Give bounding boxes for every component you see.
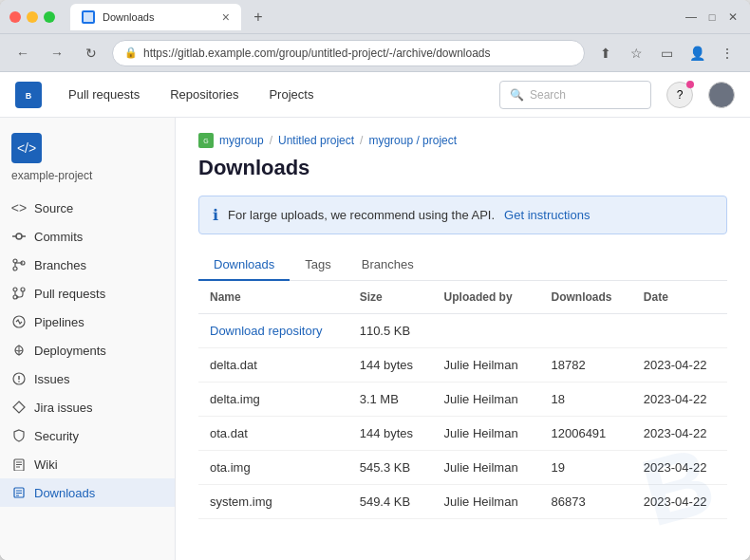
- back-button[interactable]: ←: [9, 40, 36, 66]
- download-link-0[interactable]: Download repository: [210, 324, 323, 338]
- breadcrumb-project[interactable]: Untitled project: [278, 134, 354, 147]
- browser-minimize-button[interactable]: [27, 11, 38, 23]
- cell-name-3: ota.dat: [198, 417, 348, 451]
- svg-point-12: [21, 288, 25, 291]
- browser-window: Downloads × + — □ ✕ ← → ↻ 🔒 https://gitl…: [0, 0, 750, 560]
- issues-icon: [11, 371, 27, 386]
- breadcrumb-group[interactable]: mygroup: [219, 134, 264, 147]
- window-close-icon[interactable]: ✕: [725, 9, 741, 25]
- table-row: delta.img3.1 MBJulie Heilman182023-04-22: [198, 383, 727, 417]
- cell-date-0: [632, 314, 727, 348]
- sidebar-toggle-button[interactable]: ▭: [653, 40, 680, 66]
- tab-favicon: [82, 10, 95, 24]
- tab-close-button[interactable]: ×: [222, 10, 230, 24]
- sidebar: </> example-project <> Source Commits: [0, 118, 176, 560]
- address-bar[interactable]: 🔒 https://gitlab.example.com/group/untit…: [112, 40, 585, 66]
- col-header-date: Date: [632, 281, 727, 314]
- sidebar-item-label-issues: Issues: [34, 372, 70, 386]
- sidebar-project-name: example-project: [11, 169, 163, 182]
- cell-name-4: ota.img: [198, 451, 348, 485]
- breadcrumb: G mygroup / Untitled project / mygroup /…: [198, 133, 727, 148]
- sidebar-item-wiki[interactable]: Wiki: [0, 450, 175, 478]
- tab-bar: Downloads × +: [70, 4, 676, 30]
- cell-name-2: delta.img: [198, 383, 348, 417]
- menu-button[interactable]: ⋮: [714, 40, 741, 66]
- jira-icon: [11, 400, 27, 415]
- tab-branches[interactable]: Branches: [347, 250, 429, 281]
- nav-projects[interactable]: Projects: [261, 84, 321, 105]
- table-row: system.img549.4 KBJulie Heilman868732023…: [198, 485, 727, 519]
- help-button[interactable]: ?: [666, 82, 693, 108]
- cell-size-4: 545.3 KB: [348, 451, 433, 485]
- search-placeholder: Search: [530, 88, 566, 102]
- cell-date-4: 2023-04-22: [632, 451, 727, 485]
- sidebar-item-deployments[interactable]: Deployments: [0, 336, 175, 364]
- window-restore-icon[interactable]: □: [704, 9, 720, 25]
- profile-button[interactable]: 👤: [684, 40, 710, 66]
- bookmark-button[interactable]: ☆: [623, 40, 649, 66]
- browser-controls: [9, 11, 55, 23]
- nav-pull-requests[interactable]: Pull requests: [61, 84, 147, 105]
- address-text: https://gitlab.example.com/group/untitle…: [143, 47, 572, 60]
- info-link[interactable]: Get instructions: [504, 208, 590, 222]
- sidebar-header: </> example-project: [0, 125, 175, 194]
- tab-tags[interactable]: Tags: [290, 250, 346, 281]
- svg-point-7: [13, 267, 17, 271]
- col-header-downloads: Downloads: [539, 281, 631, 314]
- sidebar-item-label-commits: Commits: [34, 230, 83, 244]
- downloads-icon: [11, 485, 27, 500]
- cell-date-2: 2023-04-22: [632, 383, 727, 417]
- app-logo: B: [15, 82, 42, 108]
- sidebar-item-source[interactable]: <> Source: [0, 194, 175, 222]
- wiki-icon: [11, 457, 27, 472]
- sidebar-item-branches[interactable]: Branches: [0, 251, 175, 279]
- breadcrumb-current[interactable]: mygroup / project: [368, 134, 457, 147]
- help-notification-badge: [686, 81, 694, 88]
- svg-point-18: [18, 381, 20, 383]
- sidebar-item-label-branches: Branches: [34, 258, 86, 272]
- window-minimize-icon[interactable]: —: [684, 9, 699, 25]
- sidebar-item-issues[interactable]: Issues: [0, 364, 175, 393]
- main-layout: </> example-project <> Source Commits: [0, 118, 750, 560]
- new-tab-button[interactable]: +: [245, 4, 272, 30]
- nav-repositories[interactable]: Repositories: [162, 84, 246, 105]
- user-avatar[interactable]: [708, 82, 735, 108]
- security-icon: [11, 428, 27, 443]
- table-header-row: Name Size Uploaded by Downloads Date: [198, 281, 727, 314]
- cell-size-1: 144 bytes: [348, 348, 433, 383]
- sidebar-item-label-source: Source: [34, 201, 73, 215]
- svg-rect-0: [84, 12, 93, 22]
- browser-tab-active[interactable]: Downloads ×: [70, 4, 241, 30]
- browser-maximize-button[interactable]: [44, 11, 55, 23]
- help-label: ?: [677, 88, 684, 102]
- cell-date-5: 2023-04-22: [632, 485, 727, 519]
- sidebar-item-pipelines[interactable]: Pipelines: [0, 308, 175, 336]
- svg-marker-19: [13, 401, 25, 413]
- svg-point-3: [16, 233, 22, 239]
- browser-close-button[interactable]: [9, 11, 21, 23]
- cell-uploader-3: Julie Heilman: [433, 417, 540, 451]
- cell-size-3: 144 bytes: [348, 417, 433, 451]
- sidebar-item-label-downloads: Downloads: [34, 486, 95, 500]
- sidebar-item-jira-issues[interactable]: Jira issues: [0, 393, 175, 421]
- info-message: For large uploads, we recommend using th…: [228, 208, 495, 222]
- sidebar-item-downloads[interactable]: Downloads: [0, 478, 175, 507]
- share-button[interactable]: ⬆: [592, 40, 619, 66]
- browser-titlebar: Downloads × + — □ ✕: [0, 0, 750, 34]
- cell-uploader-0: [433, 314, 540, 348]
- lock-icon: 🔒: [124, 47, 138, 59]
- col-header-uploaded-by: Uploaded by: [433, 281, 540, 314]
- branches-icon: [11, 257, 27, 272]
- pull-requests-icon: [11, 286, 27, 301]
- sidebar-item-commits[interactable]: Commits: [0, 222, 175, 251]
- table-row: ota.dat144 bytesJulie Heilman12006491202…: [198, 417, 727, 451]
- forward-button[interactable]: →: [44, 40, 70, 66]
- cell-name-0[interactable]: Download repository: [198, 314, 348, 348]
- reload-button[interactable]: ↻: [78, 40, 104, 66]
- search-bar[interactable]: 🔍 Search: [499, 81, 651, 109]
- source-icon: <>: [11, 200, 27, 215]
- pipelines-icon: [11, 314, 27, 329]
- sidebar-item-security[interactable]: Security: [0, 421, 175, 450]
- tab-downloads[interactable]: Downloads: [198, 250, 290, 281]
- sidebar-item-pull-requests[interactable]: Pull requests: [0, 279, 175, 308]
